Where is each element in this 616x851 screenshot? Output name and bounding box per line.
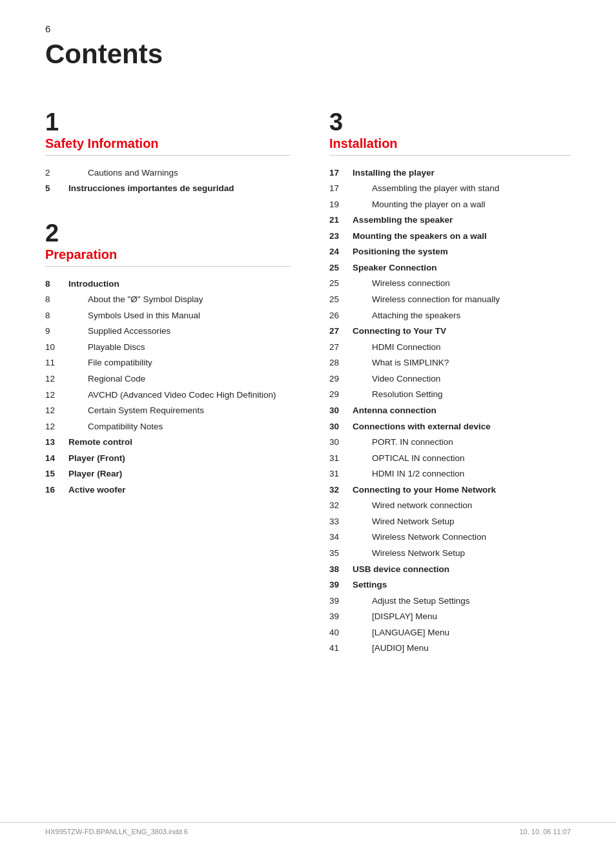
toc-row: 24Positioning the system	[329, 244, 571, 260]
toc-row: 11File compatibility	[45, 355, 291, 371]
toc-page-num: 13	[45, 435, 68, 451]
toc-label: Wireless Network Setup	[353, 546, 571, 562]
toc-label: Adjust the Setup Settings	[353, 593, 571, 609]
right-column: 3 Installation 17Installing the player17…	[329, 108, 571, 679]
toc-label: HDMI IN 1/2 connection	[353, 466, 571, 482]
toc-page-num: 27	[329, 339, 353, 355]
toc-label: Connecting to Your TV	[353, 323, 571, 340]
toc-page-num: 2	[45, 165, 68, 181]
section-1-number: 1	[45, 108, 291, 136]
toc-row: 16Active woofer	[45, 482, 291, 498]
toc-row: 28What is SIMPLINK?	[329, 355, 571, 371]
toc-row: 19Mounting the player on a wall	[329, 196, 571, 212]
toc-label: Wireless Network Connection	[353, 529, 571, 546]
toc-row: 30PORT. IN connection	[329, 435, 571, 451]
toc-page-num: 19	[329, 196, 353, 212]
toc-page-num: 21	[329, 212, 353, 229]
toc-row: 15Player (Rear)	[45, 466, 291, 482]
toc-label: USB device connection	[353, 561, 571, 577]
toc-row: 12Compatibility Notes	[45, 418, 291, 435]
two-column-layout: 1 Safety Information 2Cautions and Warni…	[45, 108, 571, 679]
toc-page-num: 31	[329, 466, 353, 482]
toc-page-num: 40	[329, 624, 353, 641]
toc-label: Player (Front)	[68, 450, 291, 466]
toc-row: 27HDMI Connection	[329, 339, 571, 355]
toc-label: Certain System Requirements	[68, 403, 291, 419]
toc-page-num: 32	[329, 498, 353, 514]
toc-label: Instrucciones importantes de seguridad	[68, 181, 291, 197]
toc-row: 25Wireless connection for manually	[329, 292, 571, 308]
toc-row: 40[LANGUAGE] Menu	[329, 624, 571, 641]
toc-label: Settings	[353, 577, 571, 593]
toc-page-num: 8	[45, 292, 68, 308]
left-column: 1 Safety Information 2Cautions and Warni…	[45, 108, 291, 679]
toc-label: [AUDIO] Menu	[353, 641, 571, 657]
toc-row: 25Wireless connection	[329, 276, 571, 292]
toc-row: 39Settings	[329, 577, 571, 593]
toc-row: 8Symbols Used in this Manual	[45, 307, 291, 323]
page-number: 6	[45, 23, 50, 34]
toc-label: Symbols Used in this Manual	[68, 307, 291, 323]
toc-page-num: 17	[329, 165, 353, 181]
toc-page-num: 39	[329, 609, 353, 625]
toc-label: Mounting the speakers on a wall	[353, 228, 571, 244]
section-2-number: 2	[45, 220, 291, 247]
toc-row: 14Player (Front)	[45, 450, 291, 466]
section-3-title: Installation	[329, 136, 571, 156]
toc-row: 31HDMI IN 1/2 connection	[329, 466, 571, 482]
toc-label: Cautions and Warnings	[68, 165, 291, 181]
toc-page-num: 8	[45, 307, 68, 323]
toc-label: Regional Code	[68, 371, 291, 387]
toc-label: Introduction	[68, 276, 291, 292]
toc-row: 5Instrucciones importantes de seguridad	[45, 181, 291, 197]
footer: HX995TZW-FD.BPANLLK_ENG_3803.indd 6 10. …	[0, 822, 616, 836]
toc-row: 30Connections with external device	[329, 418, 571, 435]
toc-label: Playable Discs	[68, 339, 291, 355]
toc-row: 27Connecting to Your TV	[329, 323, 571, 340]
toc-row: 35Wireless Network Setup	[329, 546, 571, 562]
toc-label: Attaching the speakers	[353, 307, 571, 323]
toc-page-num: 34	[329, 529, 353, 546]
toc-row: 29Video Connection	[329, 371, 571, 387]
toc-row: 29Resolution Setting	[329, 387, 571, 403]
toc-row: 41[AUDIO] Menu	[329, 641, 571, 657]
toc-page-num: 30	[329, 402, 353, 418]
toc-page-num: 12	[45, 403, 68, 419]
toc-row: 39[DISPLAY] Menu	[329, 609, 571, 625]
toc-label: Player (Rear)	[68, 466, 291, 482]
toc-label: [LANGUAGE] Menu	[353, 624, 571, 641]
toc-row: 9Supplied Accessories	[45, 323, 291, 340]
toc-row: 13Remote control	[45, 435, 291, 451]
toc-page-num: 14	[45, 450, 68, 466]
toc-label: Resolution Setting	[353, 387, 571, 403]
toc-label: Wireless connection	[353, 276, 571, 292]
toc-page-num: 12	[45, 418, 68, 435]
toc-label: Wired network connection	[353, 498, 571, 514]
toc-row: 21Assembling the speaker	[329, 212, 571, 229]
toc-label: OPTICAL IN connection	[353, 450, 571, 466]
toc-page-num: 16	[45, 482, 68, 498]
toc-label: Supplied Accessories	[68, 323, 291, 340]
toc-label: [DISPLAY] Menu	[353, 609, 571, 625]
toc-label: Connecting to your Home Network	[353, 482, 571, 498]
toc-page-num: 9	[45, 323, 68, 340]
toc-row: 31OPTICAL IN connection	[329, 450, 571, 466]
toc-page-num: 17	[329, 181, 353, 197]
toc-label: Mounting the player on a wall	[353, 196, 571, 212]
toc-row: 38USB device connection	[329, 561, 571, 577]
toc-label: Wireless connection for manually	[353, 292, 571, 308]
toc-row: 12Certain System Requirements	[45, 403, 291, 419]
toc-label: About the "Ø" Symbol Display	[68, 292, 291, 308]
toc-row: 32Connecting to your Home Network	[329, 482, 571, 498]
toc-page-num: 29	[329, 387, 353, 403]
toc-label: Assembling the speaker	[353, 212, 571, 229]
toc-label: Remote control	[68, 435, 291, 451]
toc-page-num: 30	[329, 418, 353, 435]
toc-page-num: 33	[329, 513, 353, 529]
section-2-title: Preparation	[45, 247, 291, 267]
toc-page-num: 8	[45, 276, 68, 292]
section-1: 1 Safety Information 2Cautions and Warni…	[45, 108, 291, 196]
toc-label: File compatibility	[68, 355, 291, 371]
toc-page-num: 41	[329, 641, 353, 657]
contents-title: Contents	[45, 39, 571, 70]
